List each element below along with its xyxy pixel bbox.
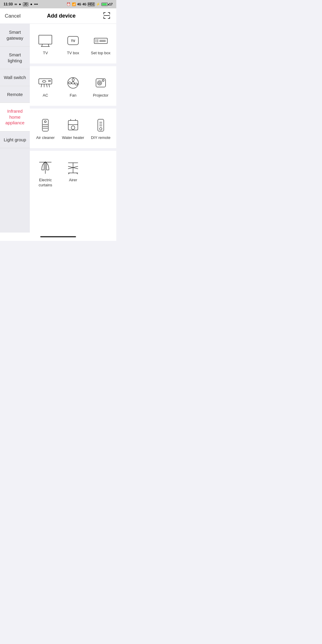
loop-icon: ∞	[15, 2, 17, 6]
device-item-settopbox[interactable]: Set top box	[87, 29, 114, 59]
device-item-air-cleaner[interactable]: Air cleaner	[32, 113, 59, 143]
hd-icon: HD2	[88, 2, 95, 6]
section-smart-home: Electric curtains	[30, 151, 116, 196]
svg-point-35	[71, 126, 75, 129]
wifi-icon: 📶	[72, 2, 76, 6]
settopbox-label: Set top box	[91, 51, 111, 56]
tv-label: TV	[43, 51, 48, 56]
sidebar-label-smart-gateway: Smart gateway	[7, 30, 23, 41]
device-grid-entertainment: TV TV TV box	[32, 29, 114, 59]
sidebar-label-smart-lighting: Smart lighting	[8, 52, 22, 63]
status-bar: 11:33 ∞ ● JD ● ••• ⏰ 📶 4G 4G HD2 ⚡ 17	[0, 0, 116, 8]
svg-rect-1	[39, 35, 52, 44]
section-climate: AC Fan	[30, 66, 116, 106]
device-item-airer[interactable]: Airer	[60, 156, 86, 191]
device-item-ac[interactable]: AC	[32, 71, 59, 101]
fan-icon	[64, 75, 82, 91]
electric-curtains-label: Electric curtains	[33, 178, 58, 188]
air-cleaner-icon	[36, 117, 54, 133]
charge-icon: ⚡	[96, 2, 100, 6]
tvbox-icon: TV	[64, 33, 82, 48]
ac-label: AC	[43, 93, 48, 98]
content-area: TV TV TV box	[30, 24, 116, 233]
home-bar	[40, 236, 76, 237]
sidebar-item-wall-switch[interactable]: Wall switch	[0, 69, 30, 86]
svg-line-18	[47, 84, 47, 87]
sidebar-item-smart-gateway[interactable]: Smart gateway	[0, 24, 30, 47]
section-sep-2	[30, 106, 116, 109]
device-item-water-heater[interactable]: Water heater	[60, 113, 86, 143]
tvbox-label: TV box	[67, 51, 79, 56]
device-item-diy-remote[interactable]: DIY remote	[87, 113, 114, 143]
jd-icon: JD	[23, 2, 29, 6]
battery-level: 17	[109, 2, 113, 6]
status-right: ⏰ 📶 4G 4G HD2 ⚡ 17	[66, 2, 113, 6]
sidebar-label-light-group: Light group	[4, 137, 26, 142]
projector-label: Projector	[93, 93, 109, 98]
section-entertainment: TV TV TV box	[30, 24, 116, 64]
svg-rect-31	[68, 120, 78, 130]
ac-icon	[36, 75, 54, 91]
scan-icon	[103, 11, 111, 21]
circle-icon: ●	[19, 2, 21, 6]
svg-line-2	[42, 44, 42, 47]
home-indicator	[0, 233, 116, 241]
sidebar-item-infrared[interactable]: Infrared home appliance	[0, 103, 30, 131]
airer-label: Airer	[69, 178, 77, 183]
device-item-fan[interactable]: Fan	[60, 71, 86, 101]
main-layout: Smart gateway Smart lighting Wall switch…	[0, 24, 116, 233]
status-left: 11:33 ∞ ● JD ● •••	[4, 2, 38, 6]
device-item-electric-curtains[interactable]: Electric curtains	[32, 156, 59, 191]
section-home: Air cleaner Water heater	[30, 109, 116, 148]
sidebar-item-remote[interactable]: Remote	[0, 86, 30, 103]
sidebar-item-smart-lighting[interactable]: Smart lighting	[0, 47, 30, 69]
svg-point-24	[99, 82, 100, 84]
svg-point-23	[97, 81, 102, 85]
sidebar-label-infrared: Infrared home appliance	[5, 109, 24, 125]
diy-remote-label: DIY remote	[91, 135, 111, 140]
svg-rect-36	[98, 119, 104, 131]
svg-text:TV: TV	[71, 39, 75, 43]
header: Cancel Add device	[0, 8, 116, 24]
svg-point-25	[102, 80, 104, 81]
airer-icon	[64, 160, 82, 175]
svg-point-13	[42, 80, 46, 82]
settopbox-icon	[92, 33, 110, 48]
signal2-icon: 4G	[82, 3, 86, 6]
air-cleaner-label: Air cleaner	[36, 135, 55, 140]
cancel-button[interactable]: Cancel	[5, 13, 21, 19]
signal1-icon: 4G	[77, 3, 81, 6]
device-item-tv[interactable]: TV	[32, 29, 59, 59]
svg-point-21	[72, 82, 74, 84]
svg-point-27	[44, 121, 46, 123]
scan-button[interactable]	[102, 11, 112, 21]
water-heater-label: Water heater	[62, 135, 84, 140]
svg-point-20	[68, 78, 78, 88]
circle2-icon: ●	[30, 2, 32, 6]
device-grid-climate: AC Fan	[32, 71, 114, 101]
svg-line-19	[49, 84, 49, 87]
battery-icon	[101, 3, 108, 6]
more-icon: •••	[34, 2, 38, 6]
alarm-icon: ⏰	[66, 2, 71, 6]
sidebar-item-light-group[interactable]: Light group	[0, 131, 30, 148]
device-item-tvbox[interactable]: TV TV box	[60, 29, 86, 59]
sidebar: Smart gateway Smart lighting Wall switch…	[0, 24, 30, 233]
page-title: Add device	[47, 13, 75, 19]
fan-label: Fan	[70, 93, 76, 98]
time: 11:33	[4, 2, 13, 6]
svg-line-16	[41, 84, 42, 87]
electric-curtains-icon	[36, 160, 54, 175]
device-grid-smart-home: Electric curtains	[32, 156, 114, 191]
device-item-projector[interactable]: Projector	[87, 71, 114, 101]
projector-icon	[92, 75, 110, 91]
device-grid-home: Air cleaner Water heater	[32, 113, 114, 143]
svg-line-3	[48, 44, 49, 47]
water-heater-icon	[64, 117, 82, 133]
svg-rect-26	[42, 119, 48, 131]
section-sep-3	[30, 148, 116, 151]
diy-remote-icon	[92, 117, 110, 133]
tv-icon	[36, 33, 54, 48]
section-sep-1	[30, 64, 116, 66]
sidebar-label-wall-switch: Wall switch	[4, 75, 26, 80]
